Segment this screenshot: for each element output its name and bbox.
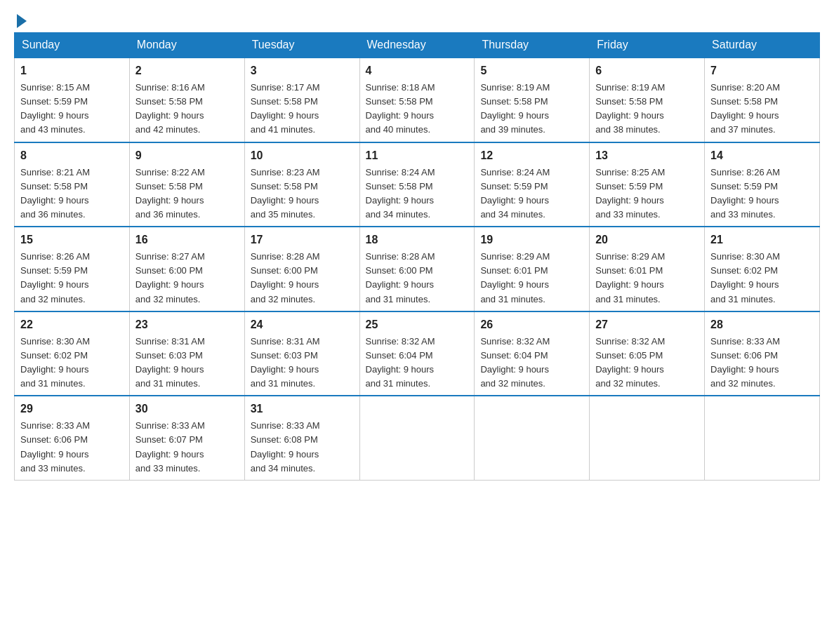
calendar-day-cell: 12Sunrise: 8:24 AMSunset: 5:59 PMDayligh… (475, 142, 590, 227)
day-of-week-header: Monday (129, 33, 244, 58)
day-number: 27 (595, 316, 699, 333)
calendar-day-cell: 1Sunrise: 8:15 AMSunset: 5:59 PMDaylight… (15, 58, 130, 142)
day-info: Sunrise: 8:31 AMSunset: 6:03 PMDaylight:… (251, 336, 320, 389)
day-info: Sunrise: 8:29 AMSunset: 6:01 PMDaylight:… (595, 251, 665, 304)
day-info: Sunrise: 8:31 AMSunset: 6:03 PMDaylight:… (135, 336, 205, 389)
day-info: Sunrise: 8:26 AMSunset: 5:59 PMDaylight:… (20, 251, 90, 304)
calendar-day-cell: 17Sunrise: 8:28 AMSunset: 6:00 PMDayligh… (244, 227, 359, 311)
calendar-day-cell: 15Sunrise: 8:26 AMSunset: 5:59 PMDayligh… (15, 227, 130, 311)
day-info: Sunrise: 8:32 AMSunset: 6:05 PMDaylight:… (595, 336, 665, 389)
day-info: Sunrise: 8:24 AMSunset: 5:59 PMDaylight:… (480, 167, 550, 220)
calendar-day-cell: 10Sunrise: 8:23 AMSunset: 5:58 PMDayligh… (244, 142, 359, 227)
calendar-day-cell: 11Sunrise: 8:24 AMSunset: 5:58 PMDayligh… (359, 142, 475, 227)
logo-arrow-icon (17, 14, 27, 28)
logo (14, 14, 27, 25)
calendar-day-cell: 5Sunrise: 8:19 AMSunset: 5:58 PMDaylight… (475, 58, 590, 142)
day-info: Sunrise: 8:23 AMSunset: 5:58 PMDaylight:… (251, 167, 320, 220)
calendar-day-cell: 3Sunrise: 8:17 AMSunset: 5:58 PMDaylight… (244, 58, 359, 142)
day-info: Sunrise: 8:29 AMSunset: 6:01 PMDaylight:… (480, 251, 550, 304)
calendar-day-cell: 9Sunrise: 8:22 AMSunset: 5:58 PMDaylight… (129, 142, 244, 227)
calendar-day-cell: 6Sunrise: 8:19 AMSunset: 5:58 PMDaylight… (590, 58, 705, 142)
day-info: Sunrise: 8:22 AMSunset: 5:58 PMDaylight:… (135, 167, 205, 220)
calendar-day-cell: 30Sunrise: 8:33 AMSunset: 6:07 PMDayligh… (129, 396, 244, 480)
day-number: 28 (710, 316, 814, 333)
calendar-week-row: 8Sunrise: 8:21 AMSunset: 5:58 PMDaylight… (15, 142, 820, 227)
day-info: Sunrise: 8:16 AMSunset: 5:58 PMDaylight:… (135, 82, 205, 135)
day-info: Sunrise: 8:27 AMSunset: 6:00 PMDaylight:… (135, 251, 205, 304)
day-info: Sunrise: 8:33 AMSunset: 6:07 PMDaylight:… (135, 420, 205, 473)
calendar-day-cell: 20Sunrise: 8:29 AMSunset: 6:01 PMDayligh… (590, 227, 705, 311)
calendar-day-cell (705, 396, 820, 480)
day-info: Sunrise: 8:17 AMSunset: 5:58 PMDaylight:… (251, 82, 320, 135)
day-of-week-header: Friday (590, 33, 705, 58)
calendar-day-cell: 26Sunrise: 8:32 AMSunset: 6:04 PMDayligh… (475, 311, 590, 396)
calendar-day-cell: 18Sunrise: 8:28 AMSunset: 6:00 PMDayligh… (359, 227, 475, 311)
day-number: 9 (135, 147, 239, 164)
day-number: 1 (20, 62, 124, 79)
day-number: 13 (595, 147, 699, 164)
calendar-day-cell: 2Sunrise: 8:16 AMSunset: 5:58 PMDaylight… (129, 58, 244, 142)
day-number: 29 (20, 401, 124, 417)
day-number: 4 (366, 62, 469, 79)
day-number: 21 (710, 232, 814, 248)
calendar-day-cell: 27Sunrise: 8:32 AMSunset: 6:05 PMDayligh… (590, 311, 705, 396)
day-number: 22 (20, 316, 124, 333)
calendar-day-cell: 8Sunrise: 8:21 AMSunset: 5:58 PMDaylight… (15, 142, 130, 227)
day-of-week-header: Sunday (15, 33, 130, 58)
calendar-day-cell: 13Sunrise: 8:25 AMSunset: 5:59 PMDayligh… (590, 142, 705, 227)
day-number: 30 (135, 401, 239, 417)
calendar-day-cell: 23Sunrise: 8:31 AMSunset: 6:03 PMDayligh… (129, 311, 244, 396)
day-info: Sunrise: 8:33 AMSunset: 6:06 PMDaylight:… (710, 336, 780, 389)
calendar-week-row: 1Sunrise: 8:15 AMSunset: 5:59 PMDaylight… (15, 58, 820, 142)
day-number: 19 (480, 232, 583, 248)
day-number: 14 (710, 147, 814, 164)
day-number: 18 (366, 232, 469, 248)
day-info: Sunrise: 8:32 AMSunset: 6:04 PMDaylight:… (366, 336, 435, 389)
day-info: Sunrise: 8:32 AMSunset: 6:04 PMDaylight:… (480, 336, 550, 389)
day-number: 12 (480, 147, 583, 164)
day-info: Sunrise: 8:15 AMSunset: 5:59 PMDaylight:… (20, 82, 90, 135)
day-info: Sunrise: 8:33 AMSunset: 6:06 PMDaylight:… (20, 420, 90, 473)
calendar-day-cell: 22Sunrise: 8:30 AMSunset: 6:02 PMDayligh… (15, 311, 130, 396)
page-header (14, 14, 820, 25)
calendar-day-cell: 29Sunrise: 8:33 AMSunset: 6:06 PMDayligh… (15, 396, 130, 480)
day-number: 17 (251, 232, 354, 248)
day-number: 10 (251, 147, 354, 164)
calendar-day-cell: 28Sunrise: 8:33 AMSunset: 6:06 PMDayligh… (705, 311, 820, 396)
day-number: 24 (251, 316, 354, 333)
day-of-week-header: Thursday (475, 33, 590, 58)
day-number: 20 (595, 232, 699, 248)
day-number: 15 (20, 232, 124, 248)
day-number: 6 (595, 62, 699, 79)
day-of-week-header: Wednesday (359, 33, 475, 58)
calendar-day-cell: 4Sunrise: 8:18 AMSunset: 5:58 PMDaylight… (359, 58, 475, 142)
day-info: Sunrise: 8:30 AMSunset: 6:02 PMDaylight:… (20, 336, 90, 389)
day-info: Sunrise: 8:20 AMSunset: 5:58 PMDaylight:… (710, 82, 780, 135)
calendar-day-cell: 19Sunrise: 8:29 AMSunset: 6:01 PMDayligh… (475, 227, 590, 311)
day-info: Sunrise: 8:30 AMSunset: 6:02 PMDaylight:… (710, 251, 780, 304)
day-info: Sunrise: 8:19 AMSunset: 5:58 PMDaylight:… (595, 82, 665, 135)
day-info: Sunrise: 8:18 AMSunset: 5:58 PMDaylight:… (366, 82, 435, 135)
calendar-table: SundayMondayTuesdayWednesdayThursdayFrid… (14, 32, 820, 481)
calendar-week-row: 22Sunrise: 8:30 AMSunset: 6:02 PMDayligh… (15, 311, 820, 396)
calendar-day-cell (359, 396, 475, 480)
day-number: 8 (20, 147, 124, 164)
day-number: 11 (366, 147, 469, 164)
day-info: Sunrise: 8:19 AMSunset: 5:58 PMDaylight:… (480, 82, 550, 135)
day-number: 25 (366, 316, 469, 333)
calendar-week-row: 15Sunrise: 8:26 AMSunset: 5:59 PMDayligh… (15, 227, 820, 311)
calendar-header-row: SundayMondayTuesdayWednesdayThursdayFrid… (15, 33, 820, 58)
day-of-week-header: Saturday (705, 33, 820, 58)
day-of-week-header: Tuesday (244, 33, 359, 58)
calendar-day-cell: 21Sunrise: 8:30 AMSunset: 6:02 PMDayligh… (705, 227, 820, 311)
day-number: 23 (135, 316, 239, 333)
calendar-day-cell (590, 396, 705, 480)
day-info: Sunrise: 8:33 AMSunset: 6:08 PMDaylight:… (251, 420, 320, 473)
day-info: Sunrise: 8:24 AMSunset: 5:58 PMDaylight:… (366, 167, 435, 220)
day-info: Sunrise: 8:28 AMSunset: 6:00 PMDaylight:… (251, 251, 320, 304)
day-info: Sunrise: 8:25 AMSunset: 5:59 PMDaylight:… (595, 167, 665, 220)
calendar-day-cell: 31Sunrise: 8:33 AMSunset: 6:08 PMDayligh… (244, 396, 359, 480)
day-number: 5 (480, 62, 583, 79)
day-number: 31 (251, 401, 354, 417)
calendar-week-row: 29Sunrise: 8:33 AMSunset: 6:06 PMDayligh… (15, 396, 820, 480)
